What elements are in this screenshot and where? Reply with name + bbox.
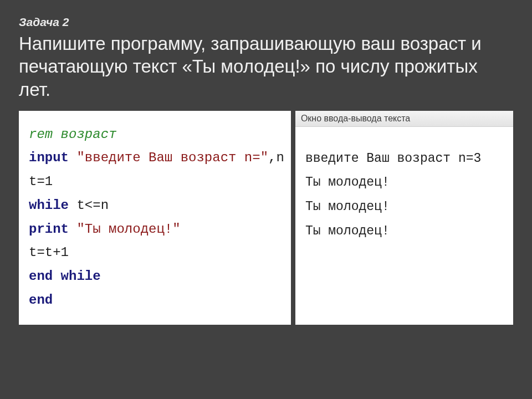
string-literal: "Ты молодец!" — [76, 222, 180, 237]
keyword-while: while — [29, 198, 76, 213]
code-text: t=t+1 — [29, 245, 69, 260]
code-line-4: while t<=n — [29, 194, 284, 218]
io-panel: Окно ввода-вывода текста введите Ваш воз… — [295, 111, 513, 325]
keyword-end: end — [29, 293, 53, 308]
task-description: Напишите программу, запрашивающую ваш во… — [19, 32, 513, 101]
code-text: t<=n — [76, 198, 109, 213]
comment-text: возраст — [53, 127, 116, 142]
io-panel-title: Окно ввода-вывода текста — [295, 111, 513, 127]
code-editor-panel: rem возраст input "введите Ваш возраст n… — [19, 111, 291, 325]
presentation-slide: Задача 2 Напишите программу, запрашивающ… — [0, 0, 532, 340]
output-line: Ты молодец! — [305, 171, 504, 195]
code-text: t=1 — [29, 174, 53, 189]
code-line-2: input "введите Ваш возраст n=",n — [29, 146, 284, 170]
example-panels: rem возраст input "введите Ваш возраст n… — [19, 111, 513, 325]
code-line-5: print "Ты молодец!" — [29, 218, 284, 242]
output-line: введите Ваш возраст n=3 — [305, 147, 504, 171]
keyword-input: input — [29, 150, 76, 165]
keyword-endwhile: end while — [29, 269, 101, 284]
code-text: ,n — [268, 150, 284, 165]
output-line: Ты молодец! — [305, 195, 504, 219]
code-line-6: t=t+1 — [29, 241, 284, 265]
output-line: Ты молодец! — [305, 219, 504, 244]
keyword-print: print — [29, 222, 76, 237]
code-line-1: rem возраст — [29, 123, 284, 147]
keyword-rem: rem — [29, 127, 53, 142]
string-literal: "введите Ваш возраст n=" — [76, 150, 268, 165]
code-line-8: end — [29, 289, 284, 313]
code-line-3: t=1 — [29, 170, 284, 194]
io-output-area: введите Ваш возраст n=3 Ты молодец! Ты м… — [295, 127, 513, 325]
task-label: Задача 2 — [19, 16, 513, 29]
code-line-7: end while — [29, 265, 284, 289]
